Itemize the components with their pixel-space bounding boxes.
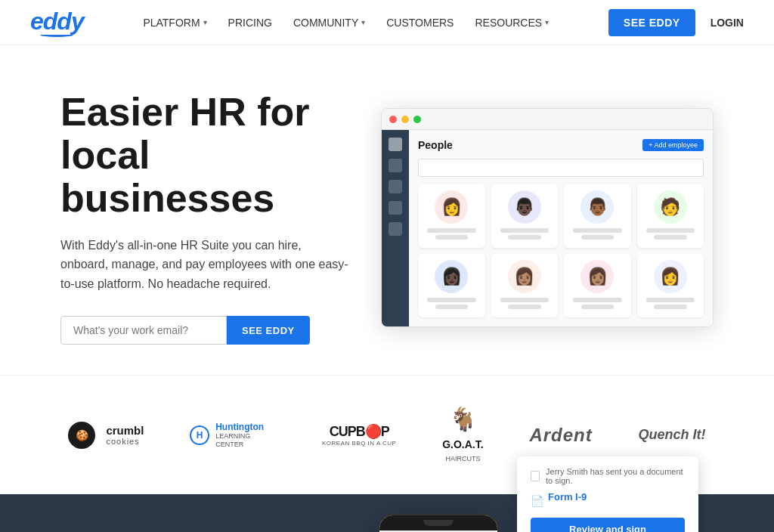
nav-customers[interactable]: CUSTOMERS (386, 17, 454, 29)
avatar-role-line (654, 305, 687, 309)
crumbl-name: crumbl (106, 424, 144, 437)
avatar-role-line (508, 235, 541, 240)
hero-section: Easier HR for local businesses With Eddy… (0, 45, 774, 375)
nav-platform[interactable]: PLATFORM ▾ (143, 17, 206, 29)
nav-community[interactable]: COMMUNITY ▾ (293, 17, 365, 29)
avatar-image: 👩🏿 (435, 260, 468, 293)
sidebar-settings-icon (389, 222, 402, 236)
email-input[interactable] (60, 316, 227, 345)
hero-title: Easier HR for local businesses (60, 91, 351, 221)
chevron-down-icon: ▾ (203, 18, 207, 26)
avatar-name-line (573, 228, 622, 233)
avatar-image: 👨🏿 (508, 190, 541, 224)
avatar-name-line (427, 298, 476, 302)
sidebar-home-icon (389, 138, 402, 151)
avatar-name-line (646, 298, 695, 302)
goat-icon: 🐐 (449, 406, 477, 432)
phone-top (379, 515, 497, 530)
hero-right: People + Add employee 👩 👨🏿 (351, 108, 714, 327)
checkbox-icon (531, 471, 540, 481)
see-eddy-button[interactable]: SEE EDDY (608, 9, 695, 36)
logo-smile (40, 32, 73, 37)
phone-mockup: ACME eddy ··· Hours Check In Time Off (378, 514, 499, 532)
cupbop-logo: CUPB🔴P KOREAN BBQ IN A CUP (322, 423, 396, 447)
notification-header: Jerry Smith has sent you a document to s… (531, 467, 685, 485)
avatar-image: 👨🏾 (580, 190, 614, 224)
hero-form: SEE EDDY (60, 316, 351, 345)
sidebar-calendar-icon (389, 180, 402, 193)
mockup-body: People + Add employee 👩 👨🏿 (382, 130, 713, 326)
goat-sub: HAIRCUTS (445, 455, 480, 462)
avatar-card: 👩 (418, 184, 485, 248)
huntington-sub: LEARNING CENTER (215, 432, 276, 449)
avatar-card: 👨🏿 (491, 184, 559, 248)
hero-left: Easier HR for local businesses With Eddy… (60, 91, 351, 345)
app-mockup: People + Add employee 👩 👨🏿 (381, 108, 714, 327)
sidebar-docs-icon (389, 201, 402, 215)
goat-name: G.O.A.T. (442, 438, 483, 450)
avatar-name-line (500, 228, 550, 233)
phone-mockup-container: ACME eddy ··· Hours Check In Time Off (378, 514, 499, 532)
crumbl-sub: cookies (106, 437, 144, 446)
quench-logo: Quench It! (639, 427, 706, 443)
minimize-dot (401, 116, 409, 123)
avatar-image: 🧑 (654, 190, 687, 224)
huntington-name: Huntington (215, 422, 276, 432)
nav-resources[interactable]: RESOURCES ▾ (475, 17, 549, 29)
goat-logo: 🐐 G.O.A.T. HAIRCUTS (442, 406, 483, 464)
nav-pricing[interactable]: PRICING (228, 17, 272, 29)
pdf-icon: 📄 (531, 495, 543, 507)
avatar-name-line (646, 228, 695, 233)
dark-section: Eddy helps local businesses: 👥 Hire reli… (0, 494, 774, 532)
phone-notch (423, 520, 454, 526)
notification-card: Jerry Smith has sent you a document to s… (517, 456, 698, 532)
avatar-role-line (654, 235, 687, 240)
avatar-card: 👩 (637, 254, 704, 317)
avatar-role-line (508, 305, 541, 309)
chevron-down-icon: ▾ (361, 18, 365, 26)
avatar-image: 👩 (435, 190, 468, 224)
login-button[interactable]: LOGIN (711, 17, 744, 29)
avatar-image: 👩 (654, 260, 687, 293)
avatar-role-line (435, 235, 469, 240)
navbar: eddy PLATFORM ▾ PRICING COMMUNITY ▾ CUST… (0, 0, 774, 45)
logo[interactable]: eddy (30, 8, 84, 37)
avatar-card: 👨🏾 (564, 184, 631, 248)
crumbl-logo: 🍪 crumbl cookies (68, 422, 144, 449)
mockup-bar (382, 109, 713, 130)
mockup-search[interactable] (418, 159, 704, 177)
document-link[interactable]: Form I-9 (548, 491, 587, 503)
avatar-name-line (573, 298, 622, 302)
hero-cta-button[interactable]: SEE EDDY (227, 316, 310, 345)
chevron-down-icon: ▾ (545, 18, 549, 26)
nav-links: PLATFORM ▾ PRICING COMMUNITY ▾ CUSTOMERS… (143, 17, 549, 29)
review-sign-button[interactable]: Review and sign (531, 518, 685, 532)
svg-text:H: H (197, 430, 203, 441)
avatar-card: 👩🏽 (564, 254, 631, 317)
avatar-image: 👩🏽 (580, 260, 614, 293)
nav-actions: SEE EDDY LOGIN (608, 9, 744, 36)
mockup-content: People + Add employee 👩 👨🏿 (409, 130, 713, 326)
logo-text: eddy (30, 8, 84, 36)
huntington-icon: H (190, 425, 209, 445)
mockup-header: People + Add employee (418, 139, 704, 151)
avatar-role-line (581, 305, 615, 309)
cupbop-sub: KOREAN BBQ IN A CUP (322, 440, 396, 447)
expand-dot (413, 116, 421, 123)
cupbop-name: CUPB🔴P (330, 423, 389, 440)
avatar-name-line (500, 298, 550, 302)
avatar-role-line (435, 305, 469, 309)
avatar-image: 👩🏽 (508, 260, 541, 293)
huntington-logo: H Huntington LEARNING CENTER (190, 422, 276, 449)
avatar-card: 🧑 (637, 184, 704, 248)
ardent-logo: Ardent (529, 425, 592, 446)
add-employee-button[interactable]: + Add employee (642, 139, 704, 151)
ardent-name: Ardent (529, 425, 592, 446)
close-dot (389, 116, 397, 123)
avatar-role-line (581, 235, 615, 240)
crumbl-icon: 🍪 (68, 422, 95, 449)
avatar-card: 👩🏽 (491, 254, 559, 317)
sidebar-people-icon (389, 159, 402, 172)
avatar-name-line (427, 228, 476, 233)
people-title: People (418, 139, 453, 151)
